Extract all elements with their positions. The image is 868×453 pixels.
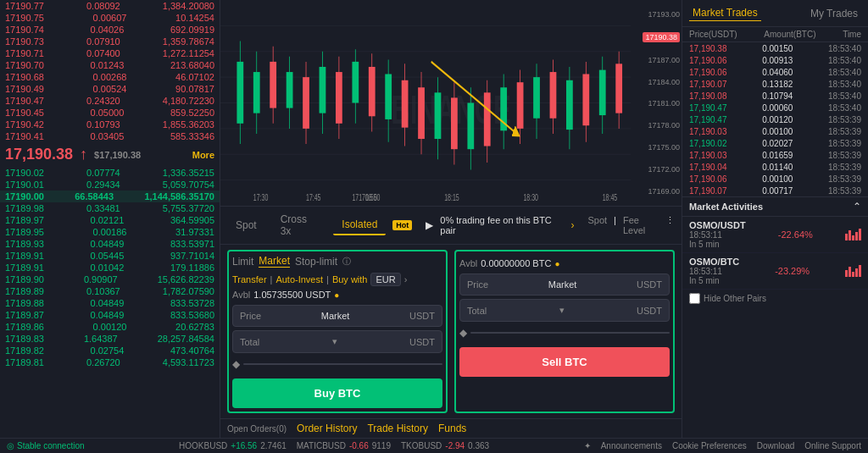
trades-header: Market Trades My Trades xyxy=(682,0,868,27)
total-field-buy[interactable]: Total ▾ USDT xyxy=(232,330,442,353)
eur-badge[interactable]: EUR xyxy=(370,273,400,286)
auto-invest-link[interactable]: Auto-Invest xyxy=(275,274,323,285)
price-value-sell: Market xyxy=(548,279,577,290)
fee-level-link[interactable]: Fee Level xyxy=(623,215,659,235)
svg-rect-16 xyxy=(287,72,293,108)
bottom-orders-bar: Open Orders(0) Order History Trade Histo… xyxy=(220,418,682,438)
main-container: 17190.770.080921,384.2008017190.750.0060… xyxy=(0,0,868,453)
svg-rect-44 xyxy=(517,82,524,129)
tab-my-trades[interactable]: My Trades xyxy=(807,6,861,21)
right-panel: Market Trades My Trades Price(USDT) Amou… xyxy=(682,0,868,438)
current-price-value: 17,190.38 xyxy=(5,146,73,163)
order-book-sells: 17190.770.080921,384.2008017190.750.0060… xyxy=(0,0,220,368)
price-arrow: ↑ xyxy=(80,146,87,163)
spot-link[interactable]: Spot xyxy=(587,215,607,235)
order-type-market[interactable]: Market xyxy=(259,255,290,268)
chart-area: BINANCE xyxy=(220,0,682,206)
fee-separator: ▶ xyxy=(426,219,433,231)
total-arrow: ▾ xyxy=(332,336,337,347)
price-field-sell[interactable]: Price Market USDT xyxy=(459,273,670,296)
more-link[interactable]: More xyxy=(192,150,214,160)
order-book-buy-row: 17190.010.294345,059.70754 xyxy=(0,179,220,191)
cookie-link[interactable]: Cookie Preferences xyxy=(672,441,747,450)
ticker-hook-price: 2.7461 xyxy=(260,441,287,450)
order-history-link[interactable]: Order History xyxy=(297,423,357,434)
slider-track-buy[interactable] xyxy=(243,363,442,365)
avbl-row-sell: Avbl 0.00000000 BTC ● xyxy=(459,258,670,268)
ticker-matic: MATICBUSD -0.66 9119 xyxy=(297,441,391,450)
price-level: 17172.00 xyxy=(632,165,680,174)
order-book-buy-row: 17190.0066.584431,144,586.35170 xyxy=(0,191,220,202)
total-suffix-sell: USDT xyxy=(637,306,662,316)
open-orders-link[interactable]: Open Orders(0) xyxy=(227,423,287,434)
svg-text:18:15: 18:15 xyxy=(444,192,459,202)
trade-row: 17,190.030.0165918:53:39 xyxy=(682,149,868,161)
order-book-sell-row: 17190.680.0026846.07102 xyxy=(0,71,220,83)
order-book-buy-row: 17189.950.0018631.97331 xyxy=(0,226,220,238)
svg-rect-56 xyxy=(615,64,622,113)
col-amount: Amount(BTC) xyxy=(764,30,815,39)
current-price-display: 17,190.38 ↑ $17,190.38 More xyxy=(0,142,220,167)
svg-rect-28 xyxy=(385,74,392,119)
support-link[interactable]: Online Support xyxy=(804,441,861,450)
price-level: 17193.00 xyxy=(632,10,680,19)
more-options-icon[interactable]: ⋮ xyxy=(665,215,675,235)
wifi-icon: ◎ xyxy=(7,441,14,450)
col-price: Price(USDT) xyxy=(689,30,737,39)
trade-row: 17,190.060.0010018:53:39 xyxy=(682,173,868,185)
ticker-hook-symbol: HOOKBUSD xyxy=(179,441,227,450)
tab-cross3x[interactable]: Cross 3x xyxy=(272,210,327,240)
price-level: 17181.00 xyxy=(632,99,680,108)
order-book-sell-row: 17190.470.243204,180.72230 xyxy=(0,95,220,107)
announcements-link[interactable]: Announcements xyxy=(601,441,662,450)
order-type-stop-limit[interactable]: Stop-limit xyxy=(295,256,337,268)
order-book-sell-row: 17190.420.107931,855.36203 xyxy=(0,119,220,130)
svg-rect-52 xyxy=(582,74,589,125)
total-field-sell[interactable]: Total ▾ USDT xyxy=(459,299,670,322)
ticker-tko-symbol: TKOBUSD xyxy=(401,441,442,450)
svg-rect-34 xyxy=(435,92,442,139)
activity-rows-container: OSMO/USDT 18:53:11 In 5 min -22.64% OSMO… xyxy=(682,217,868,290)
sell-btc-button[interactable]: Sell BTC xyxy=(459,347,670,377)
ticker-bar: HOOKBUSD +16.56 2.7461 MATICBUSD -0.66 9… xyxy=(179,441,489,450)
svg-rect-10 xyxy=(236,62,243,124)
slider-track-sell[interactable] xyxy=(470,332,670,334)
price-field-buy[interactable]: Price Market USDT xyxy=(232,305,442,327)
buy-btc-button[interactable]: Buy BTC xyxy=(232,378,442,408)
usdt-dot: ● xyxy=(334,290,339,300)
price-level: 17175.00 xyxy=(632,143,680,152)
avbl-row-buy: Avbl 1.05735500 USDT ● xyxy=(232,290,442,300)
trade-rows-container: 17,190.380.0015018:53:4017,190.060.00913… xyxy=(682,42,868,196)
transfer-row-buy: Transfer | Auto-Invest | Buy with EUR › xyxy=(232,273,442,286)
order-book-sell-row: 17190.410.03405585.33346 xyxy=(0,130,220,142)
avbl-value-buy: 1.05735500 USDT xyxy=(253,290,331,300)
trading-tabs-row: Spot Cross 3x Isolated Hot ▶ 0% trading … xyxy=(220,207,682,245)
tab-hot-badge[interactable]: Hot xyxy=(392,220,412,230)
tab-spot[interactable]: Spot xyxy=(227,216,265,235)
svg-rect-46 xyxy=(533,77,540,119)
trade-row: 17,190.470.0012018:53:39 xyxy=(682,113,868,125)
trade-row: 17,190.070.0071718:53:39 xyxy=(682,185,868,196)
funds-link[interactable]: Funds xyxy=(438,423,466,434)
order-area: Limit Market Stop-limit ⓘ Transfer | Aut… xyxy=(220,245,682,418)
tab-isolated[interactable]: Isolated xyxy=(333,215,386,235)
price-level: 17187.00 xyxy=(632,56,680,64)
status-links: ✦ Announcements Cookie Preferences Downl… xyxy=(584,441,861,450)
ticker-hook-change: +16.56 xyxy=(231,441,257,450)
svg-rect-48 xyxy=(550,72,557,119)
info-icon-buy[interactable]: ⓘ xyxy=(342,256,351,268)
download-link[interactable]: Download xyxy=(757,441,794,450)
order-book-buy-row: 17189.910.01042179.11886 xyxy=(0,262,220,273)
avbl-value-sell: 0.00000000 BTC xyxy=(481,258,551,268)
order-book-buy-row: 17190.020.077741,336.35215 xyxy=(0,167,220,179)
order-type-limit[interactable]: Limit xyxy=(232,256,253,268)
expand-icon[interactable]: ⌃ xyxy=(853,201,861,213)
hide-pairs-checkbox[interactable] xyxy=(689,293,700,304)
activities-header: Market Activities ⌃ xyxy=(682,196,868,217)
trades-col-headers: Price(USDT) Amount(BTC) Time xyxy=(682,27,868,42)
transfer-link[interactable]: Transfer xyxy=(232,274,267,285)
trade-history-link[interactable]: Trade History xyxy=(367,423,428,434)
trade-row: 17,190.060.0091318:53:40 xyxy=(682,54,868,66)
tab-market-trades[interactable]: Market Trades xyxy=(689,5,761,21)
content-area: 17190.770.080921,384.2008017190.750.0060… xyxy=(0,0,868,438)
